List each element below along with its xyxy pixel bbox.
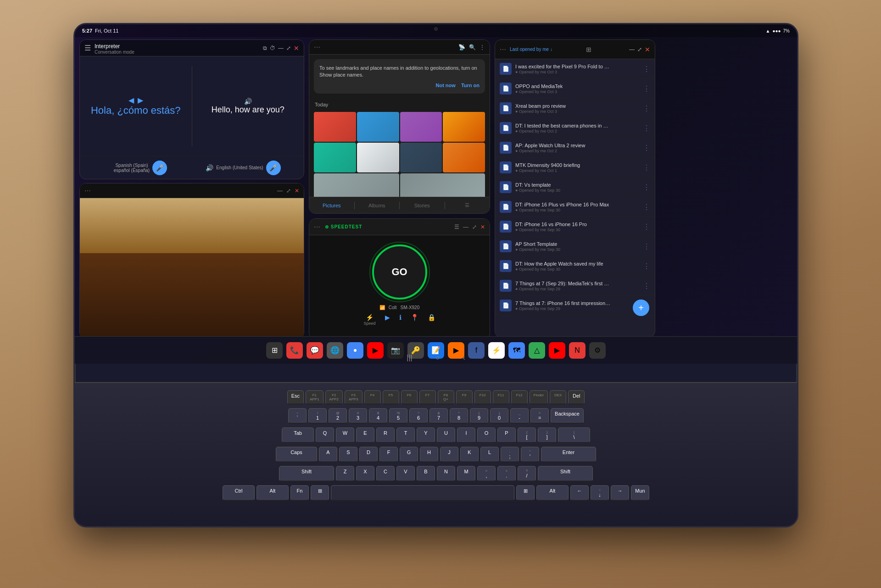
picture-in-picture-icon[interactable]: ⧉: [263, 45, 267, 51]
taskbar-yt2-icon[interactable]: ▶: [549, 342, 565, 359]
key-minus[interactable]: _-: [510, 408, 529, 424]
volume-icon[interactable]: 🔊: [244, 98, 252, 105]
key-equals[interactable]: +=: [530, 408, 549, 424]
key-alt-right[interactable]: Alt: [536, 485, 569, 501]
photo-1[interactable]: [314, 112, 356, 142]
key-y[interactable]: Y: [417, 427, 435, 443]
doc-more-icon[interactable]: ⋮: [643, 183, 650, 192]
docs-list-item[interactable]: 📄 AP Meeting notes archive 🔒 Opened by m…: [495, 316, 655, 319]
taskbar-youtube-icon[interactable]: ▶: [367, 342, 384, 359]
key-f3[interactable]: F3APP3: [345, 390, 362, 405]
docs-list-item[interactable]: 📄 AP: Apple Watch Ultra 2 review ● Opene…: [495, 138, 655, 158]
key-e[interactable]: E: [356, 427, 374, 443]
key-enter[interactable]: Enter: [541, 447, 596, 462]
photo-7[interactable]: [400, 143, 442, 172]
spanish-mic-button[interactable]: 🎤: [152, 161, 167, 175]
taskbar-phone-icon[interactable]: 📞: [286, 342, 303, 359]
key-rbracket[interactable]: }]: [538, 427, 556, 443]
key-2[interactable]: @2: [329, 408, 347, 424]
key-q[interactable]: Q: [316, 427, 334, 443]
doc-more-icon[interactable]: ⋮: [643, 104, 650, 113]
tab-albums[interactable]: Albums: [355, 199, 400, 212]
taskbar-speedtest-icon[interactable]: ⚡: [488, 342, 505, 359]
key-c[interactable]: C: [376, 466, 395, 482]
close-icon[interactable]: ✕: [294, 44, 299, 52]
doc-more-icon[interactable]: ⋮: [643, 65, 650, 73]
key-right-arrow[interactable]: →: [611, 485, 629, 501]
photo-8[interactable]: [443, 143, 485, 172]
key-dex[interactable]: DEX: [550, 390, 566, 405]
key-f7[interactable]: F7: [419, 390, 436, 405]
docs-fab-button[interactable]: +: [633, 300, 649, 316]
taskbar-netflix-icon[interactable]: N: [569, 342, 585, 359]
key-f12[interactable]: F12: [511, 390, 528, 405]
key-shift-left[interactable]: Shift: [279, 466, 334, 482]
speedtest-close-icon[interactable]: ✕: [480, 224, 485, 230]
video-minimize-icon[interactable]: —: [277, 188, 283, 194]
key-tab[interactable]: Tab: [282, 427, 314, 443]
photo-5[interactable]: [314, 143, 356, 172]
tab-overflow[interactable]: ☰: [445, 199, 490, 212]
key-fn2[interactable]: Fn: [290, 485, 309, 501]
key-t[interactable]: T: [396, 427, 415, 443]
doc-more-icon[interactable]: ⋮: [643, 124, 650, 133]
key-del[interactable]: Del: [568, 390, 585, 405]
key-win2[interactable]: ⊞: [516, 485, 535, 501]
key-f8[interactable]: F8Q+: [438, 390, 454, 405]
key-x[interactable]: X: [356, 466, 374, 482]
doc-more-icon[interactable]: ⋮: [643, 163, 650, 172]
english-selector[interactable]: 🔊 English (United States) 🎤: [192, 161, 295, 175]
key-f6[interactable]: F6: [401, 390, 418, 405]
key-4[interactable]: $4: [369, 408, 387, 424]
photo-6[interactable]: [357, 143, 399, 172]
key-slash[interactable]: ?/: [518, 466, 536, 482]
key-a[interactable]: A: [319, 447, 337, 462]
docs-list-item[interactable]: 📄 Xreal beam pro review ● Opened by me O…: [495, 99, 655, 118]
docs-list-item[interactable]: 📄 7 Things at 7 (Sep 29): MediaTek's fir…: [495, 276, 655, 296]
key-shift-right[interactable]: Shift: [538, 466, 593, 482]
taskbar-chrome-icon[interactable]: [347, 342, 363, 359]
taskbar-camera-icon[interactable]: 📷: [387, 342, 404, 359]
key-b[interactable]: B: [417, 466, 435, 482]
key-finder[interactable]: Finder: [530, 390, 548, 405]
key-space[interactable]: [331, 485, 514, 501]
key-semicolon[interactable]: :;: [501, 447, 519, 462]
doc-more-icon[interactable]: ⋮: [643, 262, 650, 271]
key-f5[interactable]: F5: [383, 390, 399, 405]
key-period[interactable]: >.: [497, 466, 516, 482]
maps-notif-confirm[interactable]: Turn on: [461, 83, 480, 88]
key-backspace[interactable]: Backspace: [551, 408, 584, 424]
grid-view-icon[interactable]: ⊞: [586, 46, 591, 53]
key-z[interactable]: Z: [336, 466, 354, 482]
key-f11[interactable]: F11: [493, 390, 509, 405]
maps-cast-icon[interactable]: 📡: [458, 44, 465, 50]
key-i[interactable]: I: [457, 427, 475, 443]
key-lbracket[interactable]: {[: [518, 427, 536, 443]
maps-search-icon[interactable]: 🔍: [469, 44, 476, 50]
key-7[interactable]: &7: [429, 408, 448, 424]
docs-maximize-icon[interactable]: ⤢: [637, 46, 642, 53]
doc-more-icon[interactable]: ⋮: [643, 144, 650, 152]
speedtest-go-button[interactable]: GO: [372, 244, 427, 300]
doc-more-icon[interactable]: ⋮: [643, 203, 650, 211]
key-r[interactable]: R: [376, 427, 395, 443]
key-m[interactable]: M: [457, 466, 475, 482]
docs-list-item[interactable]: 📄 AP Short Template ● Opened by me Sep 3…: [495, 237, 655, 256]
maps-notif-cancel[interactable]: Not now: [435, 83, 455, 88]
doc-more-icon[interactable]: ⋮: [643, 282, 650, 290]
taskbar-messages-icon[interactable]: 💬: [307, 342, 323, 359]
key-mun[interactable]: Mun: [631, 485, 649, 501]
key-h[interactable]: H: [420, 447, 438, 462]
key-f1[interactable]: F1APP1: [306, 390, 323, 405]
video-more-icon[interactable]: ⋯: [84, 187, 91, 194]
maps-overflow-icon[interactable]: ⋮: [480, 44, 485, 50]
docs-sort-icon[interactable]: ↓: [550, 47, 552, 52]
key-1[interactable]: !1: [308, 408, 327, 424]
doc-more-icon[interactable]: ⋮: [643, 84, 650, 93]
docs-minimize-icon[interactable]: —: [629, 46, 635, 53]
play-arrow[interactable]: ▶: [138, 96, 143, 105]
maximize-icon[interactable]: ⤢: [286, 45, 291, 51]
spanish-selector[interactable]: Spanish (Spain) español (España) 🎤: [89, 161, 192, 175]
speedtest-maximize-icon[interactable]: ⤢: [472, 224, 477, 230]
english-mic-button[interactable]: 🎤: [266, 161, 281, 175]
